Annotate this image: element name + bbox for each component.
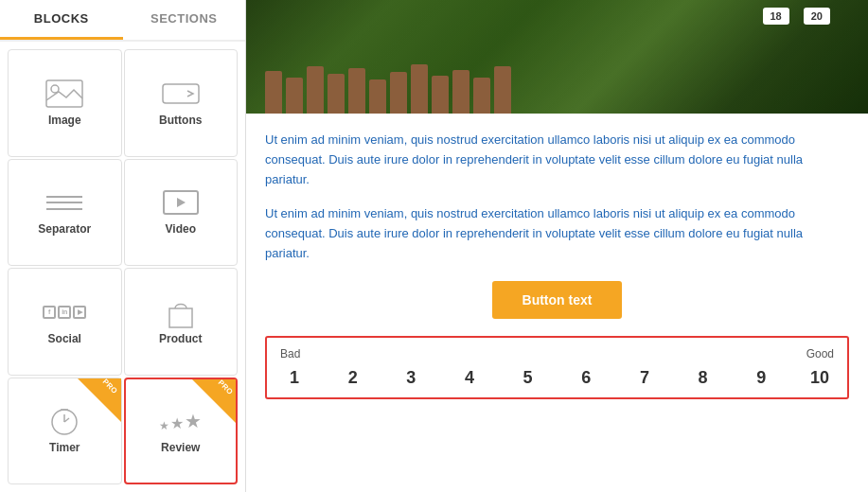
label-bad: Bad bbox=[280, 347, 300, 360]
rating-number-9[interactable]: 9 bbox=[747, 368, 775, 388]
tab-sections[interactable]: SECTIONS bbox=[123, 0, 246, 40]
tab-blocks[interactable]: BLOCKS bbox=[0, 0, 123, 40]
product-svg bbox=[166, 295, 196, 329]
block-item-review[interactable]: PRO ★ ★ ★ Review bbox=[124, 378, 239, 485]
star-medium: ★ bbox=[170, 414, 184, 432]
separator-icon bbox=[45, 188, 83, 217]
star-small: ★ bbox=[159, 419, 169, 432]
rating-labels: Bad Good bbox=[280, 347, 834, 360]
rating-number-2[interactable]: 2 bbox=[339, 368, 367, 388]
block-label-separator: Separator bbox=[38, 222, 91, 236]
block-label-social: Social bbox=[48, 332, 81, 345]
blocks-grid: Image Buttons Separator bbox=[0, 42, 245, 492]
block-label-product: Product bbox=[159, 332, 202, 345]
video-icon bbox=[162, 188, 200, 217]
social-icon: f in ▶ bbox=[45, 298, 83, 326]
right-panel: 18 20 Ut enim ad minim veniam, quis nost… bbox=[246, 0, 868, 492]
rating-numbers[interactable]: 12345678910 bbox=[280, 368, 834, 388]
timer-svg bbox=[48, 405, 80, 437]
rating-number-1[interactable]: 1 bbox=[280, 368, 309, 388]
rating-number-10[interactable]: 10 bbox=[806, 368, 834, 388]
product-icon bbox=[162, 298, 200, 326]
fence-post bbox=[265, 71, 282, 114]
content-area: Ut enim ad minim veniam, quis nostrud ex… bbox=[246, 114, 868, 426]
block-item-product[interactable]: Product bbox=[124, 268, 239, 376]
fence-post bbox=[390, 72, 407, 114]
tab-bar: BLOCKS SECTIONS bbox=[0, 0, 245, 42]
block-item-social[interactable]: f in ▶ Social bbox=[8, 268, 122, 376]
block-item-image[interactable]: Image bbox=[8, 49, 122, 157]
block-label-buttons: Buttons bbox=[159, 114, 202, 127]
block-label-image: Image bbox=[48, 114, 81, 127]
rating-number-3[interactable]: 3 bbox=[397, 368, 425, 388]
block-item-video[interactable]: Video bbox=[124, 159, 239, 267]
buttons-icon bbox=[162, 79, 200, 108]
block-item-buttons[interactable]: Buttons bbox=[124, 49, 239, 157]
fence-post bbox=[286, 78, 303, 114]
paragraph-1: Ut enim ad minim veniam, quis nostrud ex… bbox=[265, 131, 849, 189]
fence-overlay bbox=[246, 62, 868, 114]
block-label-timer: Timer bbox=[49, 441, 80, 454]
fence-post bbox=[473, 78, 490, 114]
button-text-btn[interactable]: Button text bbox=[492, 281, 623, 319]
hero-number-1: 18 bbox=[763, 8, 789, 25]
buttons-svg bbox=[162, 83, 200, 104]
block-label-video: Video bbox=[166, 222, 196, 236]
block-label-review: Review bbox=[161, 441, 200, 454]
rating-number-6[interactable]: 6 bbox=[572, 368, 600, 388]
label-good: Good bbox=[806, 347, 834, 360]
fence-post bbox=[369, 79, 386, 114]
fence-post bbox=[348, 68, 365, 114]
hero-image: 18 20 bbox=[246, 0, 868, 114]
hero-number-2: 20 bbox=[804, 8, 830, 25]
rating-number-8[interactable]: 8 bbox=[689, 368, 717, 388]
rating-number-7[interactable]: 7 bbox=[630, 368, 659, 388]
hero-numbers: 18 20 bbox=[763, 8, 831, 25]
image-icon bbox=[45, 79, 83, 108]
fence-post bbox=[307, 66, 324, 114]
fence-post bbox=[411, 64, 428, 114]
rating-number-5[interactable]: 5 bbox=[514, 368, 542, 388]
fence-post bbox=[432, 76, 449, 114]
image-svg bbox=[45, 79, 83, 108]
rating-number-4[interactable]: 4 bbox=[455, 368, 484, 388]
block-item-separator[interactable]: Separator bbox=[8, 159, 122, 267]
button-row: Button text bbox=[265, 281, 849, 319]
fence-post bbox=[328, 74, 345, 114]
fence-post bbox=[452, 70, 469, 114]
fence-post bbox=[494, 66, 511, 114]
block-item-timer[interactable]: PRO Timer bbox=[8, 378, 122, 485]
svg-point-1 bbox=[51, 85, 59, 93]
left-panel: BLOCKS SECTIONS Image Buttons bbox=[0, 0, 246, 492]
paragraph-2: Ut enim ad minim veniam, quis nostrud ex… bbox=[265, 204, 849, 263]
rating-widget: Bad Good 12345678910 bbox=[265, 336, 849, 399]
